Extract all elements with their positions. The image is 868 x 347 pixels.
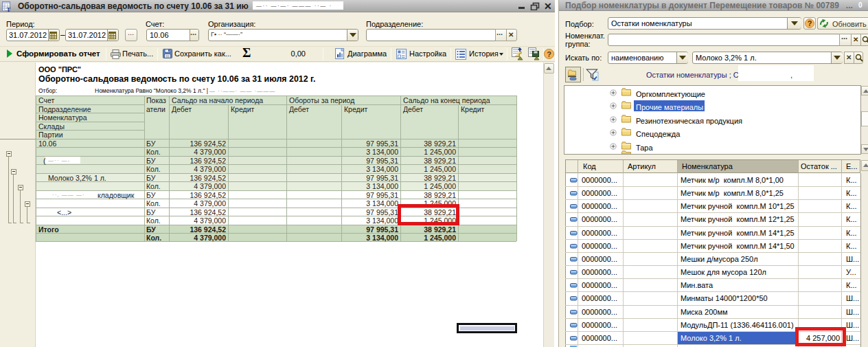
svg-text:?: ? <box>547 50 551 58</box>
svg-text:T: T <box>7 6 11 12</box>
svg-text:?: ? <box>808 19 812 27</box>
